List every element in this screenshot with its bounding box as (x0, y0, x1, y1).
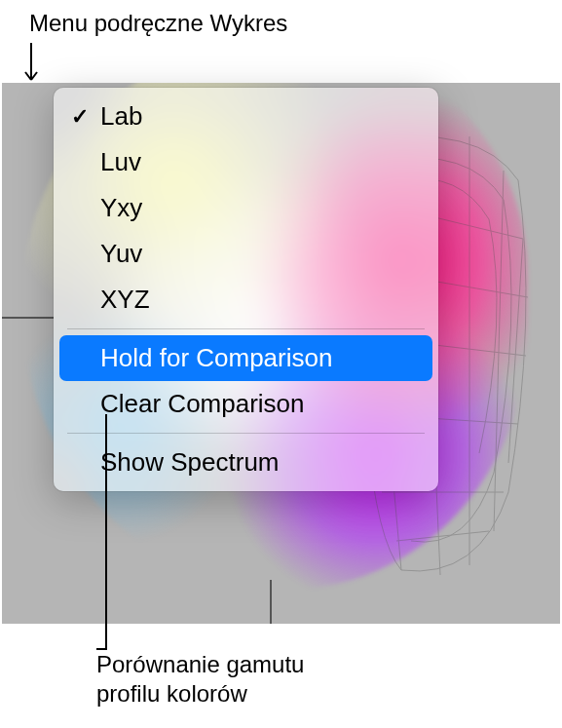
menu-item-label: Lab (100, 101, 421, 132)
menu-item-label: Luv (100, 147, 421, 177)
axis-vertical (270, 580, 272, 624)
annotation-bottom-line1: Porównanie gamutu (96, 651, 304, 677)
svg-line-3 (494, 171, 504, 531)
menu-item-label: XYZ (100, 285, 421, 315)
menu-item-label: Yuv (100, 239, 421, 269)
menu-item-yxy[interactable]: Yxy (54, 185, 438, 231)
menu-separator (67, 433, 425, 434)
menu-item-label: Hold for Comparison (100, 343, 421, 373)
menu-item-label: Yxy (100, 193, 421, 223)
annotation-top-label: Menu podręczne Wykres (29, 10, 287, 37)
menu-item-xyz[interactable]: XYZ (54, 277, 438, 323)
menu-item-label: Clear Comparison (100, 389, 421, 419)
menu-item-hold-comparison[interactable]: Hold for Comparison (59, 335, 432, 381)
menu-item-luv[interactable]: Luv (54, 139, 438, 185)
menu-item-show-spectrum[interactable]: Show Spectrum (54, 440, 438, 485)
chart-popup-menu[interactable]: ✓ Lab Luv Yxy Yuv XYZ Hold for Compariso… (54, 88, 438, 491)
annotation-bottom-label: Porównanie gamutu profilu kolorów (96, 650, 304, 709)
menu-separator (67, 328, 425, 329)
menu-item-yuv[interactable]: Yuv (54, 231, 438, 277)
checkmark-icon: ✓ (71, 104, 100, 130)
menu-item-label: Show Spectrum (100, 447, 421, 478)
callout-line-icon (105, 414, 107, 650)
menu-item-clear-comparison[interactable]: Clear Comparison (54, 381, 438, 427)
menu-item-lab[interactable]: ✓ Lab (54, 94, 438, 139)
annotation-bottom-line2: profilu kolorów (96, 680, 247, 707)
